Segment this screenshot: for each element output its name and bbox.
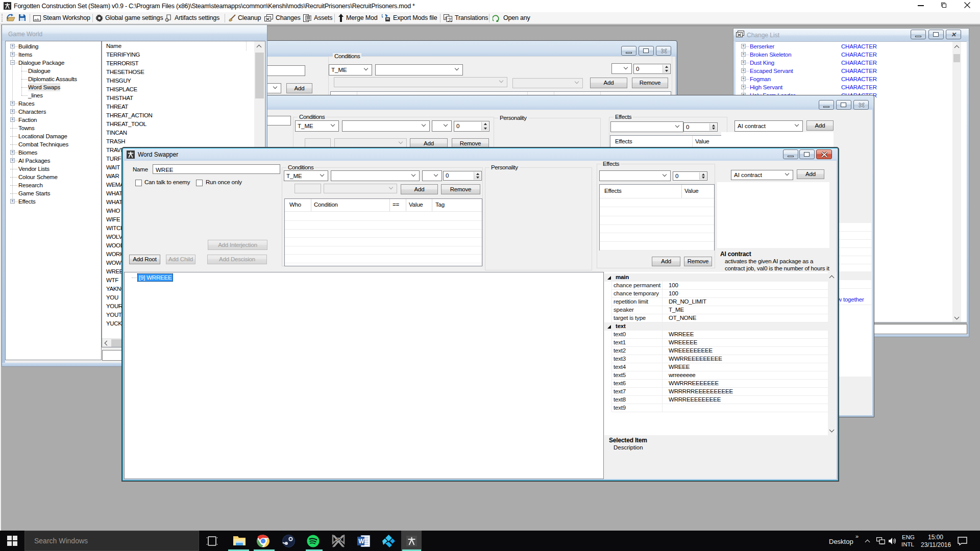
svg-text:W: W bbox=[358, 538, 364, 545]
svg-text:文: 文 bbox=[448, 17, 452, 22]
svg-text:S: S bbox=[166, 19, 168, 22]
svg-text:OC: OC bbox=[336, 538, 342, 541]
